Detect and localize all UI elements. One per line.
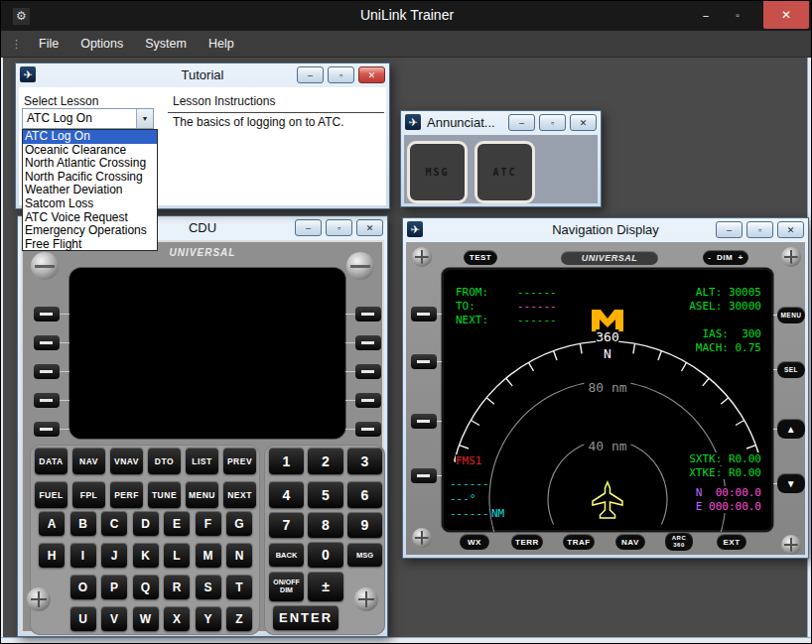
maximize-icon[interactable]: ▫ <box>726 7 749 25</box>
key-d[interactable]: D <box>133 511 159 536</box>
key-p[interactable]: P <box>101 575 127 599</box>
key-8[interactable]: 8 <box>308 512 343 538</box>
key-v[interactable]: V <box>101 606 127 631</box>
menu-grip-icon[interactable]: ⋮ <box>11 38 22 51</box>
lesson-option[interactable]: Satcom Loss <box>23 197 157 211</box>
line-select-key[interactable] <box>34 364 60 379</box>
line-select-key[interactable] <box>34 307 60 322</box>
key-o[interactable]: O <box>70 575 96 599</box>
nd-bezel-key[interactable] <box>411 354 437 369</box>
line-select-key[interactable] <box>355 335 381 350</box>
key-vnav[interactable]: VNAV <box>110 448 143 474</box>
nav-display-titlebar[interactable]: ✈ Navigation Display – ▫ ✕ <box>403 218 808 241</box>
nd-bezel-key[interactable] <box>411 414 437 429</box>
key-fuel[interactable]: FUEL <box>35 481 68 508</box>
key-menu[interactable]: MENU <box>186 481 218 508</box>
key-h[interactable]: H <box>39 543 65 568</box>
lesson-option[interactable]: Weather Deviation <box>23 184 157 197</box>
lesson-option[interactable]: North Atlantic Crossing <box>23 157 157 171</box>
key-m[interactable]: M <box>196 543 221 568</box>
lesson-option[interactable]: ATC Log On <box>23 130 157 144</box>
key-b[interactable]: B <box>70 511 96 536</box>
key-msg[interactable]: MSG <box>347 543 382 567</box>
close-icon[interactable]: ✕ <box>777 221 804 238</box>
menu-file[interactable]: File <box>28 31 69 58</box>
traf-button[interactable]: TRAF <box>563 534 595 550</box>
key-f[interactable]: F <box>196 511 221 536</box>
terr-button[interactable]: TERR <box>511 534 543 550</box>
key-plusminus[interactable]: ± <box>308 572 343 601</box>
nd-bezel-key[interactable] <box>411 307 437 322</box>
key-r[interactable]: R <box>164 575 190 599</box>
close-icon[interactable]: ✕ <box>358 66 385 83</box>
msg-annunciator-button[interactable]: MSG <box>407 141 468 203</box>
key-fpl[interactable]: FPL <box>72 481 105 508</box>
lesson-option[interactable]: Emergency Operations <box>23 224 157 238</box>
key-perf[interactable]: PERF <box>110 481 143 508</box>
lesson-option[interactable]: North Pacific Crossing <box>23 171 157 185</box>
down-arrow-button[interactable]: ▼ <box>777 473 805 493</box>
close-icon[interactable]: ✕ <box>763 1 809 29</box>
nd-bezel-key[interactable] <box>411 468 437 483</box>
line-select-key[interactable] <box>355 307 381 322</box>
arc-360-button[interactable]: ARC 360 <box>665 532 693 551</box>
key-a[interactable]: A <box>39 511 65 536</box>
key-nav[interactable]: NAV <box>72 448 105 474</box>
key-k[interactable]: K <box>133 543 159 568</box>
minimize-icon[interactable]: – <box>694 7 718 25</box>
wx-button[interactable]: WX <box>460 534 489 550</box>
key-e[interactable]: E <box>164 511 190 536</box>
key-data[interactable]: DATA <box>35 448 68 474</box>
key-4[interactable]: 4 <box>269 481 304 508</box>
line-select-key[interactable] <box>34 335 60 350</box>
dim-button[interactable]: - DIM + <box>703 250 748 265</box>
menu-system[interactable]: System <box>134 31 198 58</box>
key-tune[interactable]: TUNE <box>148 481 181 508</box>
key-g[interactable]: G <box>226 511 252 536</box>
key-6[interactable]: 6 <box>347 481 382 508</box>
atc-annunciator-button[interactable]: ATC <box>474 141 535 203</box>
lesson-option[interactable]: Oceanic Clearance <box>23 144 157 158</box>
minimize-icon[interactable]: – <box>297 66 324 83</box>
key-0[interactable]: 0 <box>308 542 343 568</box>
key-next[interactable]: NEXT <box>223 481 256 508</box>
key-j[interactable]: J <box>101 543 127 568</box>
key-back[interactable]: BACK <box>269 543 304 567</box>
line-select-key[interactable] <box>355 393 381 408</box>
key-i[interactable]: I <box>70 543 96 568</box>
minimize-icon[interactable]: – <box>508 114 535 131</box>
maximize-icon[interactable]: ▫ <box>746 221 773 238</box>
key-w[interactable]: W <box>133 606 159 631</box>
annunciator-titlebar[interactable]: ✈ Annunciat... – ▫ ✕ <box>401 111 601 134</box>
key-3[interactable]: 3 <box>347 448 382 474</box>
lesson-option[interactable]: Free Flight <box>23 238 157 252</box>
key-t[interactable]: T <box>226 575 252 599</box>
key-list[interactable]: LIST <box>186 448 218 474</box>
key-u[interactable]: U <box>70 606 96 631</box>
maximize-icon[interactable]: ▫ <box>326 219 352 236</box>
maximize-icon[interactable]: ▫ <box>328 66 354 83</box>
line-select-key[interactable] <box>34 393 60 408</box>
main-titlebar[interactable]: ⚙ UniLink Trainer – ▫ ✕ <box>1 1 812 31</box>
menu-options[interactable]: Options <box>69 31 134 58</box>
cdu-knob-right[interactable] <box>346 252 374 280</box>
airplane-icon[interactable]: ✈ <box>405 114 421 130</box>
ext-button[interactable]: EXT <box>717 534 746 550</box>
key-y[interactable]: Y <box>196 606 221 631</box>
chevron-down-icon[interactable]: ▼ <box>136 109 153 128</box>
key-2[interactable]: 2 <box>308 448 343 474</box>
nav-button[interactable]: NAV <box>615 534 645 550</box>
key-z[interactable]: Z <box>226 606 252 631</box>
menu-button[interactable]: MENU <box>777 307 805 323</box>
menu-help[interactable]: Help <box>198 31 245 58</box>
key-c[interactable]: C <box>101 511 127 536</box>
maximize-icon[interactable]: ▫ <box>539 114 566 131</box>
close-icon[interactable]: ✕ <box>356 219 383 236</box>
key-s[interactable]: S <box>196 575 221 599</box>
key-7[interactable]: 7 <box>269 512 304 538</box>
key-enter[interactable]: ENTER <box>273 605 338 630</box>
key-9[interactable]: 9 <box>347 512 382 538</box>
up-arrow-button[interactable]: ▲ <box>777 419 805 439</box>
line-select-key[interactable] <box>34 422 60 437</box>
key-prev[interactable]: PREV <box>223 448 256 474</box>
